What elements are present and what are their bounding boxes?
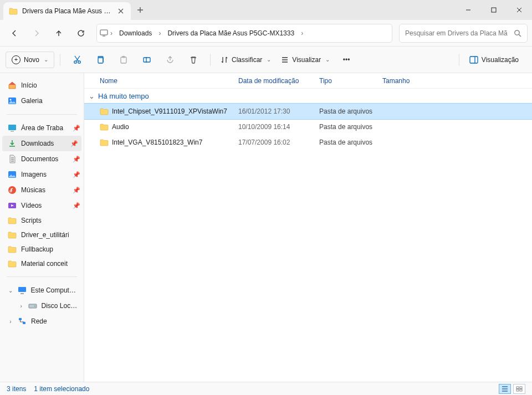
rename-button[interactable] xyxy=(136,50,158,70)
disk-icon xyxy=(28,301,37,310)
paste-button[interactable] xyxy=(112,50,135,70)
breadcrumb[interactable]: › Downloads › Drivers da Placa Mãe Asus … xyxy=(96,24,392,43)
row-name: Intel_Chipset_V9111019_XPVistaWin7 xyxy=(95,107,234,115)
folder-icon xyxy=(8,260,17,268)
search-placeholder: Pesquisar em Drivers da Placa Mã xyxy=(405,29,510,37)
close-button[interactable] xyxy=(507,0,532,20)
pictures-icon xyxy=(8,170,17,179)
sidebar-item-music[interactable]: Músicas 📌 xyxy=(0,182,84,198)
document-icon xyxy=(8,155,17,163)
sidebar-item-documents[interactable]: Documentos 📌 xyxy=(0,151,84,167)
column-type[interactable]: Tipo xyxy=(315,77,378,85)
group-header[interactable]: ⌄ Há muito tempo xyxy=(84,89,532,104)
folder-icon xyxy=(9,7,18,16)
table-row[interactable]: Audio10/10/2009 16:14Pasta de arquivos xyxy=(84,119,532,135)
row-name: Intel_VGA_V815101823_Win7 xyxy=(95,138,234,146)
delete-button[interactable] xyxy=(182,50,204,70)
maximize-button[interactable] xyxy=(481,0,507,20)
refresh-button[interactable] xyxy=(71,23,91,43)
navigation-pane: Início Galeria Área de Traba 📌 Downloads… xyxy=(0,73,84,382)
back-button[interactable] xyxy=(4,23,24,43)
cut-button[interactable] xyxy=(66,50,88,70)
chevron-right-icon[interactable]: › xyxy=(157,24,162,42)
svg-point-14 xyxy=(8,186,16,194)
breadcrumb-current[interactable]: Drivers da Placa Mãe Asus P5GC-MX1333 xyxy=(163,24,299,42)
network-icon xyxy=(18,317,27,326)
svg-rect-12 xyxy=(8,125,16,130)
sidebar-item-drivers[interactable]: Driver_e_utilitári xyxy=(0,228,84,242)
row-type: Pasta de arquivos xyxy=(315,138,403,146)
copy-button[interactable] xyxy=(89,50,111,70)
video-icon xyxy=(8,201,17,210)
svg-rect-8 xyxy=(144,58,150,62)
forward-button[interactable] xyxy=(27,23,47,43)
search-icon xyxy=(514,29,521,37)
svg-rect-21 xyxy=(516,387,519,389)
new-button[interactable]: + Novo ⌄ xyxy=(6,52,54,68)
address-bar: › Downloads › Drivers da Placa Mãe Asus … xyxy=(0,20,532,47)
thumbnails-view-button[interactable] xyxy=(513,384,525,394)
chevron-right-icon[interactable]: › xyxy=(8,319,13,325)
sidebar-item-desktop[interactable]: Área de Traba 📌 xyxy=(0,120,84,136)
column-headers[interactable]: Nome Data de modificação Tipo Tamanho xyxy=(84,73,532,89)
sort-button[interactable]: Classificar ⌄ xyxy=(216,50,275,70)
desktop-icon xyxy=(8,124,17,132)
folder-icon xyxy=(8,231,17,239)
sidebar-item-gallery[interactable]: Galeria xyxy=(0,93,84,109)
folder-icon xyxy=(100,138,109,146)
share-button[interactable] xyxy=(159,50,181,70)
svg-rect-24 xyxy=(520,389,522,391)
gallery-icon xyxy=(8,96,17,105)
sidebar-item-fullbackup[interactable]: Fullbackup xyxy=(0,242,84,257)
file-list: Nome Data de modificação Tipo Tamanho ⌄ … xyxy=(84,73,532,382)
svg-rect-9 xyxy=(470,57,478,63)
sidebar-item-videos[interactable]: Vídeos 📌 xyxy=(0,198,84,213)
breadcrumb-downloads[interactable]: Downloads xyxy=(115,24,156,42)
item-count: 3 itens xyxy=(7,385,26,393)
tab-close-button[interactable] xyxy=(116,7,125,16)
window-controls xyxy=(456,0,532,20)
svg-point-2 xyxy=(515,30,519,34)
tab-current[interactable]: Drivers da Placa Mãe Asus P5G xyxy=(3,2,131,20)
sidebar-item-scripts[interactable]: Scripts xyxy=(0,213,84,228)
svg-rect-23 xyxy=(516,389,519,391)
column-name[interactable]: Nome xyxy=(95,77,234,85)
column-date[interactable]: Data de modificação xyxy=(234,77,315,85)
download-icon xyxy=(8,139,17,148)
search-input[interactable]: Pesquisar em Drivers da Placa Mã xyxy=(399,24,528,43)
chevron-down-icon: ⌄ xyxy=(267,57,271,63)
svg-rect-0 xyxy=(492,8,496,12)
details-view-button[interactable] xyxy=(499,384,511,394)
sidebar-item-downloads[interactable]: Downloads 📌 xyxy=(2,136,81,151)
sidebar-item-network[interactable]: › Rede xyxy=(0,314,84,329)
chevron-right-icon[interactable]: › xyxy=(19,303,24,309)
pin-icon: 📌 xyxy=(73,187,80,194)
chevron-right-icon[interactable]: › xyxy=(109,24,114,42)
chevron-down-icon[interactable]: ⌄ xyxy=(8,288,13,294)
details-pane-button[interactable]: Visualização xyxy=(465,50,523,70)
tab-title: Drivers da Placa Mãe Asus P5G xyxy=(22,7,112,15)
column-size[interactable]: Tamanho xyxy=(378,77,428,85)
sidebar-item-local-disk[interactable]: › Disco Local (C xyxy=(0,298,84,314)
svg-rect-22 xyxy=(520,387,522,389)
chevron-down-icon: ⌄ xyxy=(89,92,95,100)
new-tab-button[interactable] xyxy=(131,0,150,20)
more-button[interactable]: ••• xyxy=(335,50,357,70)
chevron-right-icon[interactable]: › xyxy=(300,24,304,42)
pin-icon: 📌 xyxy=(73,171,80,178)
pin-icon: 📌 xyxy=(73,125,80,132)
status-bar: 3 itens 1 item selecionado xyxy=(0,382,532,395)
sidebar-item-home[interactable]: Início xyxy=(0,78,84,93)
table-row[interactable]: Intel_VGA_V815101823_Win717/07/2009 16:0… xyxy=(84,135,532,150)
row-type: Pasta de arquivos xyxy=(315,123,403,131)
svg-rect-5 xyxy=(98,58,103,63)
chevron-down-icon: ⌄ xyxy=(325,57,330,63)
minimize-button[interactable] xyxy=(456,0,481,20)
sidebar-item-this-pc[interactable]: ⌄ Este Computado xyxy=(0,283,84,298)
view-button[interactable]: Visualizar ⌄ xyxy=(277,50,334,70)
row-type: Pasta de arquivos xyxy=(315,107,403,115)
sidebar-item-pictures[interactable]: Imagens 📌 xyxy=(0,167,84,182)
sidebar-item-material[interactable]: Material conceit xyxy=(0,257,84,271)
up-button[interactable] xyxy=(49,23,69,43)
table-row[interactable]: Intel_Chipset_V9111019_XPVistaWin716/01/… xyxy=(84,104,532,119)
